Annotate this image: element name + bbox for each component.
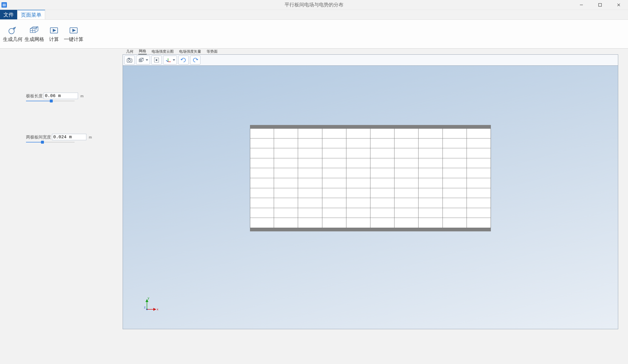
axis-orientation-dropdown[interactable]: [163, 56, 177, 64]
mesh-cell: [443, 148, 467, 158]
mesh-cell: [322, 218, 346, 228]
mesh-cell: [250, 168, 274, 178]
view-tab-equipotential[interactable]: 等势面: [206, 49, 218, 55]
mesh-cell: [250, 158, 274, 168]
mesh-cell: [250, 188, 274, 198]
mesh-cell: [467, 208, 491, 218]
viewport-canvas[interactable]: x y z: [123, 66, 618, 329]
view-tab-field-vector[interactable]: 电场强度矢量: [179, 49, 202, 55]
mesh-cell: [418, 208, 443, 218]
mesh-cell: [322, 188, 346, 198]
maximize-button[interactable]: [591, 0, 609, 9]
mesh-cell: [370, 198, 394, 208]
tab-file[interactable]: 文件: [0, 10, 17, 19]
bottom-plate: [250, 228, 491, 231]
mesh-cell: [346, 128, 370, 138]
ribbon-compute-all[interactable]: 一键计算: [63, 20, 84, 48]
mesh-cell: [370, 188, 394, 198]
mesh-cell: [322, 178, 346, 188]
mesh-cell: [443, 208, 467, 218]
mesh-cell: [467, 198, 491, 208]
mesh-cell: [298, 128, 322, 138]
rotate-cw-button[interactable]: [178, 56, 189, 64]
mesh-cell: [322, 158, 346, 168]
compute-all-icon: [68, 25, 79, 35]
param-plate-length: 极板长度 m: [26, 93, 123, 102]
mesh-cell: [418, 168, 443, 178]
view-tab-mesh[interactable]: 网格: [138, 48, 147, 55]
close-button[interactable]: [609, 0, 628, 9]
mesh-cell: [394, 168, 418, 178]
fit-view-button[interactable]: [151, 56, 162, 64]
ribbon-generate-geometry[interactable]: 生成几何: [2, 20, 23, 48]
mesh-cell: [274, 198, 298, 208]
mesh-cell: [298, 168, 322, 178]
plate-gap-input[interactable]: [52, 134, 86, 140]
ribbon-label: 一键计算: [64, 36, 83, 43]
mesh-cell: [394, 148, 418, 158]
mesh-cell: [346, 188, 370, 198]
mesh-cell: [322, 138, 346, 148]
rotate-ccw-button[interactable]: [190, 56, 200, 64]
view-tab-geometry[interactable]: 几何: [126, 49, 134, 55]
chevron-down-icon: [173, 59, 175, 61]
mesh-cell: [274, 208, 298, 218]
title-bar: 平行板间电场与电势的分布: [0, 0, 628, 10]
chevron-down-icon: [146, 59, 148, 61]
mesh-cell: [250, 218, 274, 228]
mesh-cell: [274, 178, 298, 188]
mesh-cell: [298, 138, 322, 148]
mesh-cell: [298, 178, 322, 188]
view-tab-bar: 几何 网格 电场强度云图 电场强度矢量 等势面: [123, 49, 618, 55]
mesh-cell: [418, 218, 443, 228]
ribbon-label: 计算: [49, 36, 59, 43]
mesh-cell: [322, 168, 346, 178]
axis-z-label: z: [144, 305, 146, 309]
ribbon-label: 生成几何: [3, 36, 23, 43]
mesh-cell: [467, 168, 491, 178]
mesh-cell: [394, 158, 418, 168]
mesh-cell: [443, 168, 467, 178]
mesh-cell: [443, 128, 467, 138]
plate-gap-slider[interactable]: [26, 141, 75, 143]
window-controls: [572, 0, 628, 9]
mesh-cell: [274, 168, 298, 178]
rotate-cw-icon: [180, 57, 187, 63]
screenshot-button[interactable]: [124, 56, 135, 64]
mesh-cell: [370, 168, 394, 178]
mesh-cell: [298, 208, 322, 218]
rotate-ccw-icon: [192, 57, 198, 63]
plate-length-input[interactable]: [44, 93, 78, 99]
mesh-cell: [250, 128, 274, 138]
minimize-button[interactable]: [572, 0, 591, 9]
mesh-cell: [274, 218, 298, 228]
mesh-cell: [346, 168, 370, 178]
mesh-cell: [467, 218, 491, 228]
ribbon-generate-mesh[interactable]: 生成网格: [23, 20, 45, 48]
axis-y-label: y: [148, 296, 149, 300]
mesh-cell: [346, 208, 370, 218]
view-tab-field-cloud[interactable]: 电场强度云图: [151, 49, 174, 55]
plate-length-slider[interactable]: [26, 100, 75, 102]
tab-page-menu[interactable]: 页面菜单: [17, 10, 45, 19]
mesh-cell: [443, 218, 467, 228]
ribbon-compute[interactable]: 计算: [45, 20, 63, 48]
mesh-cell: [346, 158, 370, 168]
mesh-cell: [274, 128, 298, 138]
svg-rect-1: [3, 5, 6, 5]
mesh-cell: [298, 158, 322, 168]
camera-icon: [126, 57, 133, 63]
mesh-cell: [322, 128, 346, 138]
mesh-cell: [298, 198, 322, 208]
app-icon: [1, 2, 7, 8]
mesh-cell: [250, 148, 274, 158]
param-label: 两极板间宽度: [26, 134, 51, 140]
view-mode-dropdown[interactable]: [136, 56, 150, 64]
menu-tab-bar: 文件 页面菜单: [0, 10, 628, 20]
mesh-cell: [370, 218, 394, 228]
svg-point-15: [129, 60, 131, 61]
ribbon-label: 生成网格: [24, 36, 44, 43]
mesh-cell: [370, 158, 394, 168]
mesh-cell: [250, 138, 274, 148]
mesh-cell: [467, 178, 491, 188]
